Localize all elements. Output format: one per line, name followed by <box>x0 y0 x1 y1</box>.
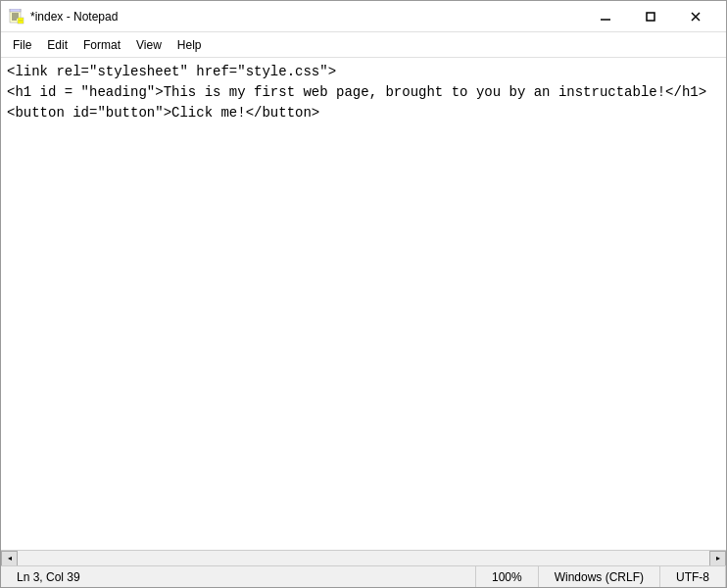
close-button[interactable] <box>673 1 718 32</box>
line-ending: Windows (CRLF) <box>539 566 660 587</box>
hscroll-track[interactable] <box>18 551 709 565</box>
title-bar: *index - Notepad <box>1 1 726 32</box>
status-bar: Ln 3, Col 39 100% Windows (CRLF) UTF-8 <box>1 565 726 587</box>
menu-bar: File Edit Format View Help <box>1 32 726 58</box>
cursor-position: Ln 3, Col 39 <box>1 566 476 587</box>
menu-help[interactable]: Help <box>170 34 210 56</box>
horizontal-scrollbar[interactable]: ◂ ▸ <box>1 550 726 565</box>
encoding: UTF-8 <box>660 566 726 587</box>
window-controls <box>583 1 718 32</box>
hscroll-left-button[interactable]: ◂ <box>1 551 18 566</box>
text-editor[interactable] <box>1 58 726 550</box>
window-title: *index - Notepad <box>30 10 583 24</box>
hscroll-right-button[interactable]: ▸ <box>709 551 726 566</box>
notepad-window: *index - Notepad File Edit Format View H… <box>0 0 727 588</box>
editor-area <box>1 58 726 550</box>
maximize-button[interactable] <box>628 1 673 32</box>
menu-file[interactable]: File <box>5 34 39 56</box>
svg-rect-1 <box>10 9 21 12</box>
svg-rect-9 <box>647 13 654 21</box>
menu-view[interactable]: View <box>128 34 170 56</box>
minimize-button[interactable] <box>583 1 628 32</box>
app-icon <box>9 9 24 24</box>
menu-format[interactable]: Format <box>75 34 128 56</box>
menu-edit[interactable]: Edit <box>39 34 75 56</box>
zoom-level: 100% <box>476 566 539 587</box>
